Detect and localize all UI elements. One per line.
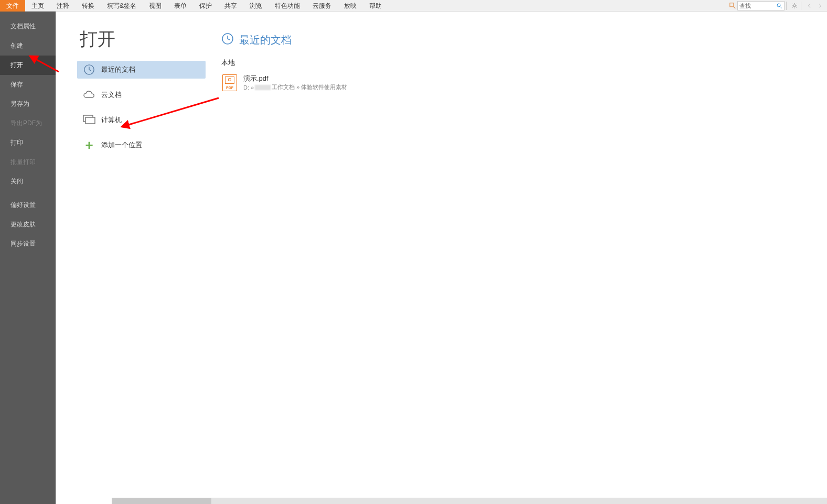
location-item-cloud[interactable]: 云文档: [77, 86, 206, 104]
search-icon[interactable]: [775, 2, 784, 10]
svg-rect-5: [85, 117, 95, 124]
location-item-plus[interactable]: +添加一个位置: [77, 136, 206, 154]
location-label: 最近的文档: [101, 65, 135, 74]
svg-rect-0: [730, 3, 734, 6]
location-label: 云文档: [101, 90, 122, 100]
sidebar-item-11[interactable]: 更改皮肤: [0, 215, 56, 234]
menubar-right: [726, 1, 827, 10]
find-with-options-icon[interactable]: [728, 1, 737, 10]
menu-item-10[interactable]: 特色功能: [268, 0, 306, 12]
location-label: 添加一个位置: [101, 140, 142, 150]
file-info: 演示.pdfD: » 工作文档 » 体验软件使用素材: [243, 74, 347, 91]
cloud-icon: [82, 88, 96, 102]
pdf-file-icon: GPDF: [222, 74, 237, 91]
sidebar-item-3[interactable]: 保存: [0, 75, 56, 94]
file-path: D: » 工作文档 » 体验软件使用素材: [243, 83, 347, 91]
location-item-clock[interactable]: 最近的文档: [77, 61, 206, 79]
page-title: 打开: [80, 27, 206, 51]
search-input[interactable]: [738, 2, 775, 9]
scrollbar-horizontal[interactable]: [112, 498, 827, 504]
recent-panel: 最近的文档 本地 GPDF演示.pdfD: » 工作文档 » 体验软件使用素材: [206, 12, 827, 504]
sidebar-item-2[interactable]: 打开: [0, 56, 56, 75]
computer-icon: [82, 113, 96, 127]
sidebar-item-4[interactable]: 另存为: [0, 94, 56, 114]
sidebar-item-6[interactable]: 打印: [0, 133, 56, 152]
content-area: 打开 最近的文档云文档计算机+添加一个位置 最近的文档 本地 GPDF演示.pd…: [56, 12, 827, 504]
menu-item-4[interactable]: 填写&签名: [101, 0, 143, 12]
menu-item-5[interactable]: 视图: [143, 0, 168, 12]
location-label: 计算机: [101, 115, 122, 125]
sidebar-item-12[interactable]: 同步设置: [0, 234, 56, 254]
body-area: 文档属性创建打开保存另存为导出PDF为打印批量打印关闭偏好设置更改皮肤同步设置 …: [0, 12, 827, 504]
recent-group-local: 本地: [221, 58, 817, 68]
search-box[interactable]: [737, 1, 785, 10]
sidebar-item-10[interactable]: 偏好设置: [0, 195, 56, 215]
menu-item-1[interactable]: 主页: [25, 0, 50, 12]
menu-item-12[interactable]: 放映: [338, 0, 363, 12]
menu-item-6[interactable]: 表单: [168, 0, 193, 12]
plus-icon: +: [82, 138, 96, 152]
menu-item-7[interactable]: 保护: [193, 0, 218, 12]
divider: [801, 2, 801, 10]
menu-item-8[interactable]: 共享: [218, 0, 243, 12]
file-name: 演示.pdf: [243, 74, 347, 83]
menu-item-9[interactable]: 浏览: [243, 0, 268, 12]
gear-icon[interactable]: [790, 1, 799, 10]
menu-item-3[interactable]: 转换: [76, 0, 101, 12]
sidebar-item-1[interactable]: 创建: [0, 36, 56, 56]
recent-file-row[interactable]: GPDF演示.pdfD: » 工作文档 » 体验软件使用素材: [221, 72, 817, 93]
sidebar-item-0[interactable]: 文档属性: [0, 17, 56, 36]
menu-item-0[interactable]: 文件: [0, 0, 25, 12]
locations-panel: 打开 最近的文档云文档计算机+添加一个位置: [56, 12, 206, 504]
clock-icon: [82, 63, 96, 76]
divider: [786, 2, 787, 10]
menu-item-2[interactable]: 注释: [50, 0, 76, 12]
nav-forward-icon[interactable]: [815, 1, 825, 10]
menu-item-11[interactable]: 云服务: [306, 0, 338, 12]
location-item-computer[interactable]: 计算机: [77, 111, 206, 129]
menubar: 文件主页注释转换填写&签名视图表单保护共享浏览特色功能云服务放映帮助: [0, 0, 827, 12]
menu-item-13[interactable]: 帮助: [363, 0, 388, 12]
sidebar: 文档属性创建打开保存另存为导出PDF为打印批量打印关闭偏好设置更改皮肤同步设置: [0, 12, 56, 504]
sidebar-item-7[interactable]: 批量打印: [0, 152, 56, 172]
nav-back-icon[interactable]: [804, 1, 814, 10]
sidebar-item-5[interactable]: 导出PDF为: [0, 114, 56, 133]
recent-header-label: 最近的文档: [239, 33, 292, 47]
svg-point-1: [777, 4, 780, 7]
sidebar-item-8[interactable]: 关闭: [0, 172, 56, 191]
recent-section-header: 最近的文档: [221, 32, 817, 48]
clock-icon: [221, 32, 234, 48]
svg-point-2: [793, 5, 796, 7]
